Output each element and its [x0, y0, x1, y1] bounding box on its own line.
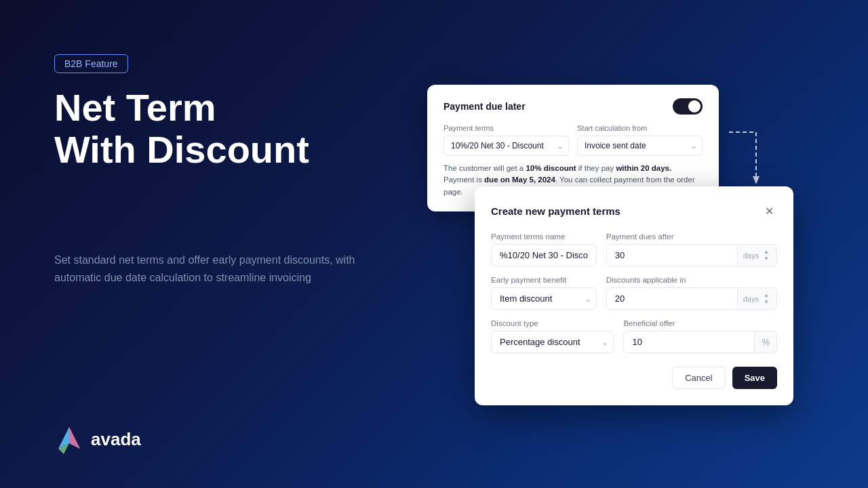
- discounts-spin-down[interactable]: ▼: [762, 299, 771, 306]
- discounts-applicable-input-group[interactable]: days ▲ ▼: [606, 287, 777, 310]
- save-button[interactable]: Save: [732, 367, 777, 389]
- payment-terms-name-input[interactable]: [491, 244, 597, 266]
- payment-dues-spin-up[interactable]: ▲: [762, 249, 771, 256]
- discounts-applicable-label: Discounts applicable in: [606, 276, 777, 284]
- discount-type-select-wrapper[interactable]: Percentage discount: [491, 331, 614, 353]
- payment-terms-label: Payment terms: [443, 124, 569, 132]
- create-payment-terms-modal: Create new payment terms ✕ Payment terms…: [475, 186, 793, 405]
- payment-dues-after-input[interactable]: [607, 245, 737, 266]
- early-payment-select[interactable]: Item discount: [491, 287, 597, 310]
- avada-logo-icon: [54, 424, 84, 454]
- early-payment-select-wrapper[interactable]: Item discount: [491, 287, 597, 310]
- logo-text: avada: [91, 429, 141, 450]
- svg-marker-3: [753, 176, 760, 184]
- payment-dues-after-input-group[interactable]: days ▲ ▼: [606, 244, 777, 266]
- modal-close-button[interactable]: ✕: [761, 203, 777, 219]
- days-suffix: days: [743, 251, 759, 260]
- subtitle-text: Set standard net terms and offer early p…: [54, 251, 366, 286]
- payment-card-title: Payment due later: [443, 101, 526, 112]
- payment-terms-select[interactable]: 10%/20 Net 30 - Discount: [443, 136, 569, 156]
- cancel-button[interactable]: Cancel: [672, 367, 725, 389]
- discounts-days-suffix: days: [743, 295, 759, 303]
- payment-dues-after-label: Payment dues after: [606, 232, 777, 241]
- discounts-applicable-input[interactable]: [607, 288, 737, 309]
- main-title: Net Term With Discount: [54, 87, 407, 170]
- modal-title: Create new payment terms: [491, 205, 620, 217]
- left-content: B2B Feature Net Term With Discount Set s…: [54, 54, 407, 286]
- discounts-spin-up[interactable]: ▲: [762, 292, 771, 299]
- payment-terms-name-label: Payment terms name: [491, 232, 597, 241]
- payment-terms-select-wrapper[interactable]: 10%/20 Net 30 - Discount: [443, 136, 569, 156]
- start-calc-label: Start calculation from: [577, 124, 703, 132]
- start-calc-select[interactable]: Invoice sent date: [577, 136, 703, 156]
- b2b-badge: B2B Feature: [54, 54, 128, 73]
- discount-type-label: Discount type: [491, 319, 614, 327]
- beneficial-offer-input-group[interactable]: %: [623, 331, 777, 353]
- early-payment-label: Early payment benefit: [491, 276, 597, 284]
- svg-marker-1: [69, 427, 80, 449]
- dashed-arrow: [722, 129, 763, 190]
- logo-area: avada: [54, 424, 141, 454]
- discount-type-select[interactable]: Percentage discount: [491, 331, 614, 353]
- start-calc-select-wrapper[interactable]: Invoice sent date: [577, 136, 703, 156]
- beneficial-offer-input[interactable]: [624, 331, 754, 352]
- payment-toggle[interactable]: [673, 98, 703, 115]
- payment-dues-spin-down[interactable]: ▼: [762, 256, 771, 262]
- pct-suffix: %: [754, 331, 776, 352]
- beneficial-offer-label: Beneficial offer: [623, 319, 777, 327]
